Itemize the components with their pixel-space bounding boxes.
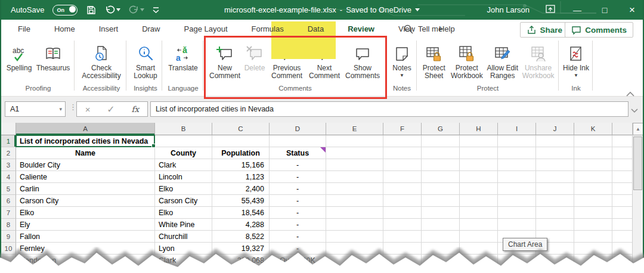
cell-population-header[interactable]: Population [212, 147, 270, 159]
cell[interactable]: - [270, 243, 326, 255]
cell[interactable]: Carson City [16, 195, 155, 207]
cell[interactable] [155, 135, 212, 147]
cell[interactable]: - [270, 159, 326, 171]
column-header-k[interactable]: K [574, 123, 612, 135]
select-all-button[interactable] [1, 123, 16, 135]
undo-button[interactable] [105, 5, 120, 15]
scroll-up-button[interactable]: ▲ [633, 123, 643, 135]
cell[interactable]: - [270, 171, 326, 183]
cell[interactable]: Carlin [16, 183, 155, 195]
cell[interactable]: 8,522 [212, 231, 270, 243]
column-header-c[interactable]: C [212, 123, 270, 135]
cell[interactable]: Over 200K [270, 255, 326, 266]
expand-formula-bar-button[interactable] [631, 105, 638, 116]
column-header-d[interactable]: D [270, 123, 326, 135]
enter-formula-button[interactable]: ✓ [107, 104, 114, 115]
tab-data[interactable]: Data [296, 20, 336, 38]
cell[interactable]: Fernley [16, 243, 155, 255]
cancel-formula-button[interactable]: × [85, 104, 91, 114]
cell[interactable]: Clark [155, 159, 212, 171]
cell[interactable] [270, 135, 326, 147]
row-header[interactable]: 5 [1, 183, 16, 195]
row-header[interactable]: 4 [1, 171, 16, 183]
tab-page-layout[interactable]: Page Layout [172, 20, 240, 38]
cell[interactable]: 260,068 [212, 255, 270, 266]
maximize-button[interactable]: □ [599, 5, 611, 15]
cell-name-header[interactable]: Name [16, 147, 155, 159]
formula-input[interactable]: List of incorporated cities in Nevada [150, 101, 628, 117]
tab-insert[interactable]: Insert [87, 20, 131, 38]
cell[interactable]: 55,439 [212, 195, 270, 207]
fill-handle[interactable] [151, 144, 156, 148]
cell[interactable]: - [270, 183, 326, 195]
comments-button[interactable]: Comments [565, 22, 633, 38]
cell[interactable]: 18,546 [212, 207, 270, 219]
cell[interactable]: Caliente [16, 171, 155, 183]
cell[interactable]: Henderson [16, 255, 155, 266]
tab-review[interactable]: Review [336, 20, 386, 38]
empty-cells[interactable] [326, 135, 383, 266]
cell[interactable]: Elko [155, 207, 212, 219]
autosave-toggle[interactable]: On [52, 5, 78, 15]
customize-quick-access-button[interactable] [153, 7, 159, 13]
tab-home[interactable]: Home [42, 20, 87, 38]
redo-button[interactable] [129, 5, 144, 15]
row-header-1[interactable]: 1 [1, 135, 16, 147]
column-header-f[interactable]: F [383, 123, 422, 135]
column-header-b[interactable]: B [155, 123, 212, 135]
cell[interactable]: Fallon [16, 231, 155, 243]
row-header[interactable] [1, 255, 16, 266]
column-header-h[interactable]: H [460, 123, 498, 135]
scrollbar-thumb[interactable] [633, 136, 642, 190]
cell[interactable]: - [270, 207, 326, 219]
ribbon-display-options-button[interactable] [545, 4, 556, 16]
cell[interactable]: - [270, 219, 326, 231]
cell[interactable]: 4,288 [212, 219, 270, 231]
row-header[interactable]: 6 [1, 195, 16, 207]
cell-status-header[interactable]: Status [270, 147, 326, 159]
name-box[interactable]: A1 ▾ [5, 101, 66, 117]
cell[interactable]: 2,400 [212, 183, 270, 195]
column-header-a[interactable]: A [16, 123, 155, 135]
vertical-scrollbar[interactable]: ▲ [632, 123, 643, 263]
tab-formulas[interactable]: Formulas [240, 20, 296, 38]
cell[interactable]: White Pine [155, 219, 212, 231]
tab-help[interactable]: Help [427, 20, 467, 38]
user-name[interactable]: John Larson [487, 5, 530, 14]
tab-file[interactable]: File [6, 20, 42, 38]
column-header-e[interactable]: E [326, 123, 383, 135]
cell[interactable]: Carson City [155, 195, 212, 207]
cell-county-header[interactable]: County [155, 147, 212, 159]
row-header[interactable]: 3 [1, 159, 16, 171]
tab-draw[interactable]: Draw [130, 20, 172, 38]
cell[interactable]: 19,327 [212, 243, 270, 255]
minimize-button[interactable]: — [571, 5, 583, 15]
name-box-dropdown-icon[interactable]: ▾ [59, 106, 62, 112]
cell[interactable]: - [270, 231, 326, 243]
row-header[interactable]: 10 [1, 243, 16, 255]
row-header[interactable]: 8 [1, 219, 16, 231]
column-header-partial[interactable] [612, 123, 632, 135]
close-button[interactable]: × [626, 4, 638, 16]
cell[interactable]: - [270, 195, 326, 207]
cell[interactable]: Lincoln [155, 171, 212, 183]
cell[interactable]: Ely [16, 219, 155, 231]
share-button[interactable]: Share [520, 22, 569, 38]
cell[interactable]: 15,166 [212, 159, 270, 171]
cell[interactable]: Lyon [155, 243, 212, 255]
column-header-i[interactable]: I [498, 123, 536, 135]
row-header[interactable]: 9 [1, 231, 16, 243]
column-header-g[interactable]: G [422, 123, 460, 135]
cell[interactable]: Elko [16, 207, 155, 219]
cell[interactable]: Boulder City [16, 159, 155, 171]
cell[interactable]: Churchill [155, 231, 212, 243]
column-header-j[interactable]: J [536, 123, 574, 135]
insert-function-button[interactable]: fx [132, 104, 140, 114]
row-header[interactable]: 7 [1, 207, 16, 219]
cell[interactable]: Elko [155, 183, 212, 195]
row-header-2[interactable]: 2 [1, 147, 16, 159]
cell[interactable] [212, 135, 270, 147]
cell[interactable]: 1,123 [212, 171, 270, 183]
cell[interactable]: Clark [155, 255, 212, 266]
tab-view[interactable]: View [386, 20, 427, 38]
